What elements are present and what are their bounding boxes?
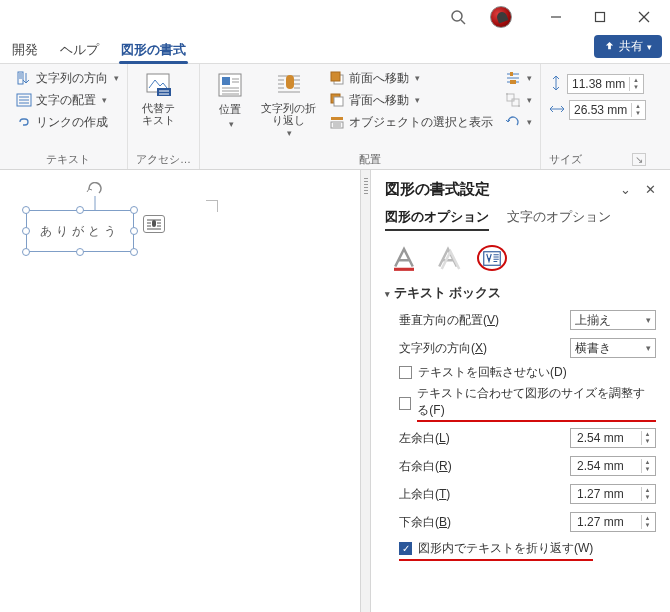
resize-handle-w[interactable] [22, 227, 30, 235]
selected-shape[interactable]: ありがとう [26, 210, 134, 252]
svg-rect-25 [394, 268, 414, 271]
pane-close-button[interactable]: ✕ [645, 182, 656, 197]
resize-handle-n[interactable] [76, 206, 84, 214]
margin-left-value: 2.54 mm [577, 431, 624, 445]
position-button[interactable]: 位置 [208, 68, 252, 131]
bring-forward-icon [329, 70, 345, 86]
create-link-button[interactable]: リンクの作成 [16, 112, 108, 132]
valign-combo[interactable]: 上揃え▾ [570, 310, 656, 330]
rotation-handle[interactable] [86, 182, 104, 213]
margin-right-input[interactable]: 2.54 mm▲▼ [570, 456, 656, 476]
margin-top-input[interactable]: 1.27 mm▲▼ [570, 484, 656, 504]
resize-handle-sw[interactable] [22, 248, 30, 256]
send-backward-button[interactable]: 背面へ移動 [329, 90, 493, 110]
text-effects-tab[interactable] [433, 245, 463, 271]
pane-splitter[interactable] [360, 170, 370, 612]
text-fill-outline-tab[interactable] [389, 245, 419, 271]
resize-handle-ne[interactable] [130, 206, 138, 214]
margin-left-input[interactable]: 2.54 mm▲▼ [570, 428, 656, 448]
alt-text-button[interactable]: 代替テ キスト [136, 68, 180, 128]
document-canvas[interactable]: ありがとう [0, 170, 360, 612]
search-icon[interactable] [450, 9, 466, 25]
svg-rect-19 [510, 80, 516, 84]
svg-rect-26 [484, 251, 501, 265]
tab-shape-format[interactable]: 図形の書式 [119, 37, 188, 63]
group-label-accessibility: アクセシ… [136, 152, 191, 167]
send-backward-icon [329, 92, 345, 108]
send-backward-label: 背面へ移動 [349, 92, 409, 109]
text-direction-button[interactable]: 文字列の方向 [16, 68, 119, 88]
svg-rect-13 [331, 72, 340, 81]
text-align-icon [16, 92, 32, 108]
margin-right-label: 右余白 [399, 459, 435, 473]
align-icon [505, 70, 521, 86]
maximize-button[interactable] [578, 2, 622, 32]
selection-pane-button[interactable]: オブジェクトの選択と表示 [329, 112, 493, 132]
ribbon: 文字列の方向 文字の配置 リンクの作成 テキスト 代替テ キスト アクセシ… [0, 64, 670, 170]
margin-left-label: 左余白 [399, 431, 435, 445]
width-spinner[interactable]: ▲▼ [631, 103, 643, 117]
svg-rect-3 [596, 13, 605, 22]
chk-autofit[interactable] [399, 397, 411, 410]
chk-autofit-label: テキストに合わせて図形のサイズを調整する [417, 386, 645, 417]
height-input[interactable]: 11.38 mm ▲▼ [567, 74, 644, 94]
tab-shape-options[interactable]: 図形のオプション [385, 209, 489, 231]
height-spinner[interactable]: ▲▼ [629, 77, 641, 91]
page-corner-mark [206, 200, 218, 212]
group-button[interactable] [505, 90, 532, 110]
ribbon-tabs: 開発 ヘルプ 図形の書式 共有 ▾ [0, 34, 670, 64]
resize-handle-e[interactable] [130, 227, 138, 235]
margin-bottom-value: 1.27 mm [577, 515, 624, 529]
position-icon [215, 70, 245, 100]
svg-point-0 [452, 11, 462, 21]
wrap-text-button[interactable]: 文字列の折 り返し [258, 68, 319, 140]
shape-text[interactable]: ありがとう [40, 223, 120, 240]
minimize-button[interactable] [534, 2, 578, 32]
tab-text-options[interactable]: 文字のオプション [507, 209, 611, 231]
ribbon-group-arrange: 位置 文字列の折 り返し 前面へ移動 背面へ移動 オブジェクトの選択と表示 [200, 64, 541, 169]
svg-rect-21 [512, 99, 519, 106]
align-button[interactable] [505, 68, 532, 88]
wrap-text-label: 文字列の折 り返し [261, 102, 316, 126]
bring-forward-button[interactable]: 前面へ移動 [329, 68, 493, 88]
tab-help[interactable]: ヘルプ [58, 37, 101, 63]
alt-text-icon [143, 70, 173, 100]
tab-dev[interactable]: 開発 [10, 37, 40, 63]
svg-rect-20 [507, 94, 514, 101]
pane-option-tabs: 図形のオプション 文字のオプション [385, 205, 656, 233]
textdir-label: 文字列の方向 [399, 341, 471, 355]
margin-bottom-input[interactable]: 1.27 mm▲▼ [570, 512, 656, 532]
resize-handle-s[interactable] [76, 248, 84, 256]
text-align-button[interactable]: 文字の配置 [16, 90, 107, 110]
height-value: 11.38 mm [572, 77, 625, 91]
width-value: 26.53 mm [574, 103, 627, 117]
bring-forward-label: 前面へ移動 [349, 70, 409, 87]
position-label: 位置 [219, 102, 241, 117]
pane-collapse-button[interactable]: ⌄ [620, 182, 631, 197]
width-input[interactable]: 26.53 mm ▲▼ [569, 100, 646, 120]
create-link-label: リンクの作成 [36, 114, 108, 131]
share-label: 共有 [619, 38, 643, 55]
chk-wrap-text[interactable] [399, 542, 412, 555]
text-direction-icon [16, 70, 32, 86]
svg-point-22 [506, 93, 508, 95]
svg-rect-15 [334, 97, 343, 106]
close-button[interactable] [622, 2, 666, 32]
share-button[interactable]: 共有 ▾ [594, 35, 662, 58]
selection-pane-icon [329, 114, 345, 130]
resize-handle-nw[interactable] [22, 206, 30, 214]
margin-top-value: 1.27 mm [577, 487, 624, 501]
section-textbox[interactable]: テキスト ボックス [385, 277, 656, 306]
rotate-button[interactable] [505, 112, 532, 132]
size-dialog-launcher[interactable]: ↘ [632, 153, 646, 166]
width-icon [549, 102, 565, 119]
chk-no-rotate[interactable] [399, 366, 412, 379]
resize-handle-se[interactable] [130, 248, 138, 256]
user-avatar[interactable] [490, 6, 512, 28]
layout-options-button[interactable] [143, 215, 165, 233]
group-label-arrange: 配置 [208, 152, 532, 167]
textdir-combo[interactable]: 横書き▾ [570, 338, 656, 358]
group-label-text: テキスト [16, 152, 119, 167]
window-titlebar [0, 0, 670, 34]
textbox-tab[interactable] [477, 245, 507, 271]
